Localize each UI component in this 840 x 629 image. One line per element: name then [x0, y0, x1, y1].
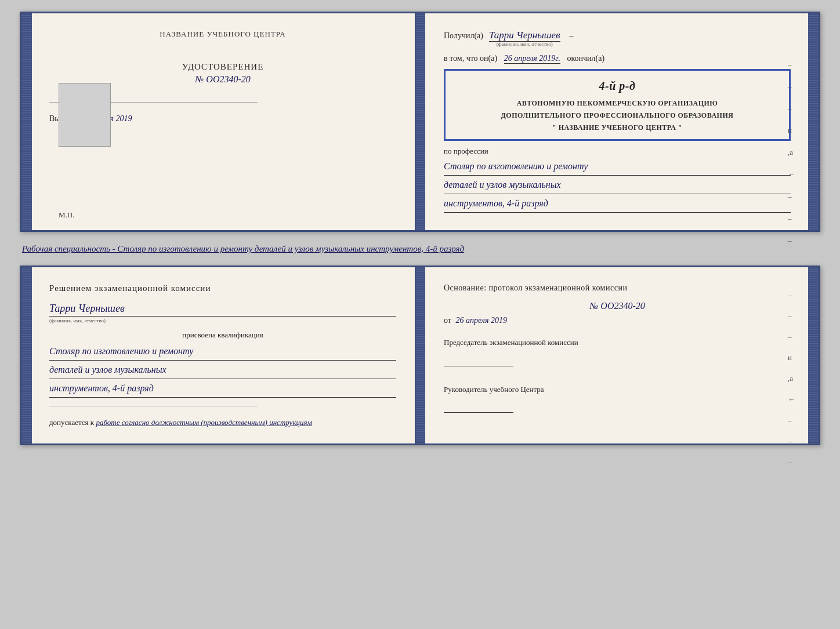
stamp-line2: ДОПОЛНИТЕЛЬНОГО ПРОФЕССИОНАЛЬНОГО ОБРАЗО… [501, 111, 734, 119]
dopusk-block: допускается к работе согласно должностны… [49, 418, 396, 427]
ot-date: 26 апреля 2019 [455, 316, 506, 325]
profession-line3: инструментов, 4-й разряд [444, 195, 791, 213]
stamp-line3: " НАЗВАНИЕ УЧЕБНОГО ЦЕНТРА " [552, 123, 682, 132]
bottom-profession-line3: инструментов, 4-й разряд [49, 380, 396, 398]
bottom-left-page: Решением экзаменационной комиссии Тарри … [31, 267, 416, 443]
bottom-separator [49, 406, 258, 406]
stamp-large: 4-й р-д [454, 77, 781, 95]
top-left-header: НАЗВАНИЕ УЧЕБНОГО ЦЕНТРА [49, 30, 396, 39]
predsedatel-signature-line [444, 366, 513, 366]
recipient-name: Тарри Чернышев [489, 30, 560, 42]
right-dashes: – – – и ,а ← – – – [788, 60, 795, 245]
ot-line: от 26 апреля 2019 [444, 316, 791, 325]
vtom-label: в том, что он(а) [444, 54, 497, 63]
subtitle-text: Рабочая специальность - Столяр по изгото… [20, 242, 820, 256]
bottom-fio-hint: (фамилия, имя, отчество) [49, 318, 396, 323]
bottom-name-block: Тарри Чернышев (фамилия, имя, отчество) [49, 303, 396, 323]
profession-line2: деталей и узлов музыкальных [444, 177, 791, 194]
okonchil-label: окончил(а) [567, 54, 604, 63]
profession-line1: Столяр по изготовлению и ремонту [444, 158, 791, 176]
photo-placeholder [59, 83, 111, 147]
rukovoditel-signature-line [444, 412, 513, 413]
bottom-spine-right [809, 267, 819, 443]
top-right-page: Получил(а) Тарри Чернышев (фамилия, имя,… [425, 13, 809, 230]
spine-left [21, 13, 31, 230]
bottom-spine-center [416, 267, 425, 443]
top-left-page: НАЗВАНИЕ УЧЕБНОГО ЦЕНТРА УДОСТОВЕРЕНИЕ №… [31, 13, 416, 230]
bottom-name: Тарри Чернышев [49, 303, 396, 317]
dopusk-text: работе согласно должностным (производств… [96, 418, 312, 427]
predsedatel-label: Председатель экзаменационной комиссии [444, 337, 791, 348]
prisvoena-label: присвоена квалификация [49, 330, 396, 340]
vtom-date: 26 апреля 2019г. [504, 54, 560, 64]
poluchil-line: Получил(а) Тарри Чернышев (фамилия, имя,… [444, 30, 791, 47]
bottom-profession-line2: деталей и узлов музыкальных [49, 362, 396, 379]
poluchil-label: Получил(а) [444, 31, 483, 41]
osnovanie-label: Основание: протокол экзаменационной коми… [444, 283, 791, 293]
po-professii: по профессии [444, 147, 791, 156]
top-document: НАЗВАНИЕ УЧЕБНОГО ЦЕНТРА УДОСТОВЕРЕНИЕ №… [20, 12, 820, 232]
mp-label: М.П. [59, 210, 74, 220]
vtom-line: в том, что он(а) 26 апреля 2019г. окончи… [444, 54, 791, 63]
ot-label: от [444, 316, 451, 325]
bottom-nomer: № OO2340-20 [444, 301, 791, 311]
fio-hint: (фамилия, имя, отчество) [489, 41, 560, 47]
bottom-profession-line1: Столяр по изготовлению и ремонту [49, 343, 396, 361]
rukovoditel-label: Руководитель учебного Центра [444, 384, 791, 395]
bottom-spine-left [21, 267, 31, 443]
spine-right [809, 13, 819, 230]
dash1: – [570, 31, 574, 41]
udost-label: УДОСТОВЕРЕНИЕ [49, 62, 396, 72]
stamp-box: 4-й р-д АВТОНОМНУЮ НЕКОММЕРЧЕСКУЮ ОРГАНИ… [444, 69, 791, 141]
right-dashes-bottom: – – – и ,а ← – – – [788, 290, 795, 467]
spine-center [416, 13, 425, 230]
stamp-line1: АВТОНОМНУЮ НЕКОММЕРЧЕСКУЮ ОРГАНИЗАЦИЮ [517, 99, 718, 107]
bottom-document: Решением экзаменационной комиссии Тарри … [20, 266, 820, 445]
bottom-right-page: Основание: протокол экзаменационной коми… [425, 267, 809, 443]
resheniem-title: Решением экзаменационной комиссии [49, 283, 396, 293]
dopusk-label: допускается к [49, 418, 94, 427]
